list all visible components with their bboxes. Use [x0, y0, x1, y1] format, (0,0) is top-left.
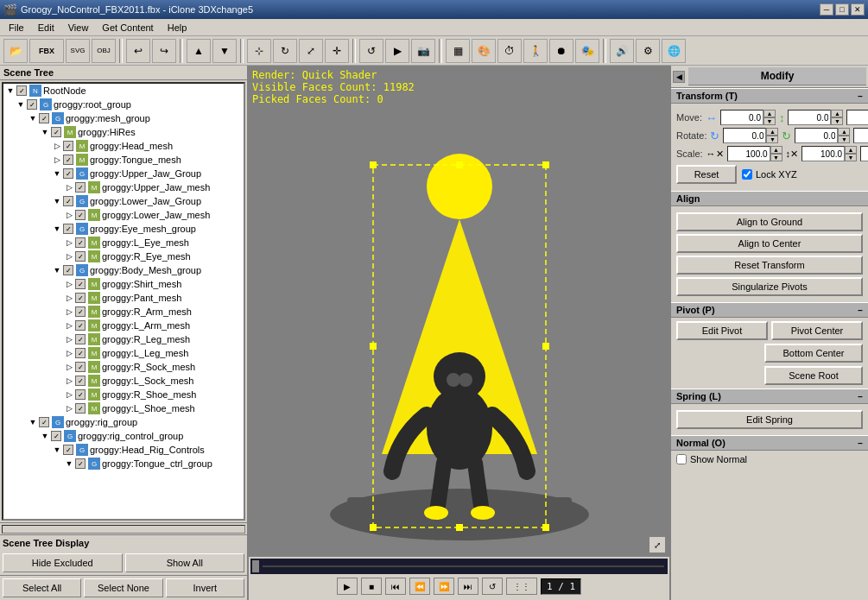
svg-button[interactable]: SVG [66, 39, 90, 63]
checkbox-lower-jaw-mesh[interactable]: ✓ [75, 210, 86, 220]
render-button[interactable]: 🎨 [472, 39, 496, 63]
record-button[interactable]: ⏺ [549, 39, 573, 63]
tree-item-head-mesh[interactable]: ▷ ✓ M groggy:Head_mesh [3, 139, 244, 153]
expand-l-sock-mesh[interactable]: ▷ [64, 376, 74, 386]
pivot-collapse[interactable]: − [858, 306, 863, 315]
tree-item-l-leg-mesh[interactable]: ▷ ✓ M groggy:L_Leg_mesh [3, 346, 244, 360]
tree-item-rootnode[interactable]: ▼ ✓ N RootNode [3, 84, 244, 98]
select-none-button[interactable]: Select None [84, 578, 162, 597]
expand-tongue-ctrl-group[interactable]: ▼ [64, 458, 74, 469]
prev-button[interactable]: ⏮ [385, 578, 406, 595]
expand-r-eye-mesh[interactable]: ▷ [64, 251, 74, 262]
checkbox-head-mesh[interactable]: ✓ [63, 141, 73, 151]
rotate-x-down[interactable]: ▼ [766, 136, 778, 143]
transform-collapse[interactable]: − [858, 92, 863, 101]
spring-section-header[interactable]: Spring (L) − [671, 388, 868, 404]
checkbox-shirt-mesh[interactable]: ✓ [75, 279, 86, 289]
checkbox-r-shoe-mesh[interactable]: ✓ [75, 389, 86, 400]
pivot-center-button[interactable]: Pivot Center [771, 321, 863, 340]
checkbox-hires[interactable]: ✓ [51, 127, 61, 137]
align-to-ground-button[interactable]: Align to Ground [676, 212, 863, 231]
timeline-button[interactable]: ⏱ [497, 39, 522, 63]
tree-item-head-rig-controls[interactable]: ▼ ✓ G groggy:Head_Rig_Controls [3, 443, 244, 457]
menu-file[interactable]: File [2, 21, 31, 35]
tree-item-l-sock-mesh[interactable]: ▷ ✓ M groggy:L_Sock_mesh [3, 374, 244, 388]
translate-button[interactable]: ✛ [325, 39, 349, 63]
open-button[interactable]: 📂 [3, 39, 28, 63]
tree-item-upper-jaw-mesh[interactable]: ▷ ✓ M groggy:Upper_Jaw_mesh [3, 180, 244, 194]
tree-item-rig-control-group[interactable]: ▼ ✓ G groggy:rig_control_group [3, 429, 244, 443]
tree-item-r-sock-mesh[interactable]: ▷ ✓ M groggy:R_Sock_mesh [3, 360, 244, 374]
move-y-input[interactable] [788, 110, 831, 125]
expand-pant-mesh[interactable]: ▷ [64, 293, 74, 303]
checkbox-r-arm-mesh[interactable]: ✓ [75, 306, 86, 317]
tree-item-r-shoe-mesh[interactable]: ▷ ✓ M groggy:R_Shoe_mesh [3, 388, 244, 401]
normal-section-header[interactable]: Normal (O) − [671, 435, 868, 451]
tree-item-r-arm-mesh[interactable]: ▷ ✓ M groggy:R_Arm_mesh [3, 305, 244, 319]
tree-item-tongue-mesh[interactable]: ▷ ✓ M groggy:Tongue_mesh [3, 153, 244, 167]
tree-item-rig-group[interactable]: ▼ ✓ G groggy:rig_group [3, 415, 244, 429]
tree-item-mesh-group[interactable]: ▼ ✓ G groggy:mesh_group [3, 111, 244, 125]
checkbox-r-eye-mesh[interactable]: ✓ [75, 251, 86, 262]
spring-collapse[interactable]: − [858, 392, 863, 401]
transform-section-header[interactable]: Transform (T) − [671, 88, 868, 104]
rotate-y-up[interactable]: ▲ [838, 128, 850, 136]
maximize-button[interactable]: □ [835, 3, 849, 16]
checkbox-r-sock-mesh[interactable]: ✓ [75, 362, 86, 372]
expand-r-shoe-mesh[interactable]: ▷ [64, 389, 74, 400]
redo-button[interactable]: ↪ [152, 39, 176, 63]
expand-r-sock-mesh[interactable]: ▷ [64, 362, 74, 372]
checkbox-rootnode[interactable]: ✓ [16, 85, 27, 96]
checkbox-pant-mesh[interactable]: ✓ [75, 293, 86, 303]
singularize-pivots-button[interactable]: Singularize Pivots [676, 277, 863, 296]
reset-transform-button[interactable]: Reset Transform [676, 256, 863, 275]
scale-z-input[interactable] [860, 146, 868, 161]
move-z-input[interactable] [846, 110, 868, 125]
edit-spring-button[interactable]: Edit Spring [676, 410, 863, 429]
expand-hires[interactable]: ▼ [40, 127, 50, 137]
show-all-button[interactable]: Show All [125, 553, 245, 572]
pivot-section-header[interactable]: Pivot (P) − [671, 302, 868, 318]
audio-button[interactable]: 🔊 [610, 39, 634, 63]
scale-y-input[interactable] [801, 146, 845, 161]
checkbox-eye-mesh-group[interactable]: ✓ [63, 224, 73, 234]
checkbox-rig-group[interactable]: ✓ [39, 417, 49, 427]
checkbox-head-rig-controls[interactable]: ✓ [63, 445, 73, 455]
tree-item-root-group[interactable]: ▼ ✓ G groggy:root_group [3, 98, 244, 111]
checkbox-l-leg-mesh[interactable]: ✓ [75, 348, 86, 358]
expand-rig-control-group[interactable]: ▼ [40, 431, 50, 441]
move-y-down[interactable]: ▼ [831, 117, 843, 125]
expand-shirt-mesh[interactable]: ▷ [64, 279, 74, 289]
char-button[interactable]: 🚶 [523, 39, 548, 63]
expand-upper-jaw-group[interactable]: ▼ [52, 168, 62, 179]
expand-l-leg-mesh[interactable]: ▷ [64, 348, 74, 358]
walk-button[interactable]: 🎭 [575, 39, 599, 63]
checkbox-l-arm-mesh[interactable]: ✓ [75, 320, 86, 331]
expand-head-mesh[interactable]: ▷ [52, 141, 62, 151]
menu-help[interactable]: Help [161, 21, 194, 35]
scale-y-down[interactable]: ▼ [845, 154, 857, 161]
rotate-z-input[interactable] [853, 128, 868, 143]
move-x-up[interactable]: ▲ [763, 110, 776, 117]
expand-lower-jaw-group[interactable]: ▼ [52, 196, 62, 206]
checkbox-mesh-group[interactable]: ✓ [39, 113, 49, 123]
expand-l-eye-mesh[interactable]: ▷ [64, 237, 74, 248]
rotate-x-up[interactable]: ▲ [766, 128, 778, 136]
edit-pivot-button[interactable]: Edit Pivot [676, 321, 768, 340]
expand-r-leg-mesh[interactable]: ▷ [64, 334, 74, 344]
rotate-y-input[interactable] [795, 128, 838, 143]
normal-collapse[interactable]: − [858, 439, 863, 448]
tree-item-upper-jaw-group[interactable]: ▼ ✓ G groggy:Upper_Jaw_Group [3, 167, 244, 180]
checkbox-upper-jaw-mesh[interactable]: ✓ [75, 182, 86, 193]
show-normal-checkbox[interactable] [676, 454, 687, 464]
scene-tree-content[interactable]: ▼ ✓ N RootNode ▼ ✓ G groggy:root_group ▼… [2, 82, 245, 521]
stop-button[interactable]: ■ [361, 578, 382, 595]
fbx-button[interactable]: FBX [29, 39, 64, 63]
tree-item-body-mesh-group[interactable]: ▼ ✓ G groggy:Body_Mesh_group [3, 263, 244, 277]
align-to-center-button[interactable]: Align to Center [676, 234, 863, 253]
checkbox-tongue-mesh[interactable]: ✓ [63, 155, 73, 165]
expand-rig-group[interactable]: ▼ [28, 417, 38, 427]
scale-x-up[interactable]: ▲ [770, 146, 782, 154]
close-button[interactable]: ✕ [851, 3, 865, 16]
checkbox-body-mesh-group[interactable]: ✓ [63, 265, 73, 275]
